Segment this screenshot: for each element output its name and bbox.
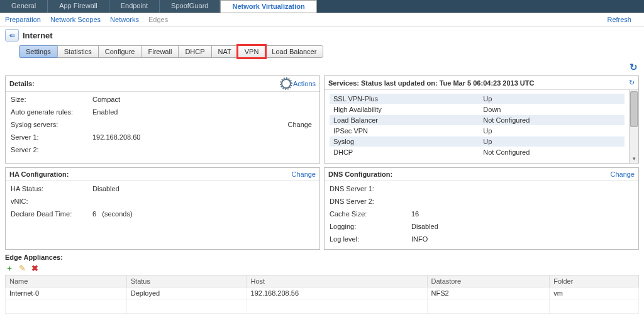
tab-spoofguard[interactable]: SpoofGuard	[160, 0, 220, 13]
autogen-value: Enabled	[92, 108, 314, 116]
col-datastore[interactable]: Datastore	[427, 276, 550, 287]
dns-change[interactable]: Change	[610, 170, 635, 178]
server1-label: Server 1:	[11, 133, 92, 141]
subnav-edges: Edges	[148, 16, 168, 23]
service-row: SSL VPN-PlusUp	[330, 94, 625, 104]
service-row: Load BalancerNot Configured	[330, 115, 625, 126]
ha-status-label: HA Status:	[11, 185, 92, 192]
services-title: Services: Status last updated on: Tue Ma…	[328, 79, 534, 87]
logging-value: Disabled	[411, 223, 633, 230]
edge-toolbar: + ✎ ✖	[0, 262, 644, 275]
loglevel-value: INFO	[411, 235, 633, 243]
server1-value: 192.168.208.60	[92, 133, 314, 141]
service-row: SyslogUp	[330, 136, 625, 147]
segtab-configure[interactable]: Configure	[98, 45, 142, 58]
server2-value	[92, 146, 314, 153]
segtab-nat[interactable]: NAT	[211, 45, 238, 58]
logging-label: Logging:	[330, 223, 411, 230]
sub-nav: Preparation Network Scopes Networks Edge…	[0, 13, 644, 26]
ha-change[interactable]: Change	[291, 170, 316, 178]
page-header: ⇐ Internet	[0, 26, 644, 44]
scroll-down-icon[interactable]: ▾	[630, 155, 638, 163]
dns2-value	[411, 198, 633, 205]
segtab-vpn[interactable]: VPN	[238, 45, 266, 58]
add-icon[interactable]: +	[5, 264, 14, 272]
services-refresh-icon[interactable]: ↻	[629, 79, 635, 87]
details-actions[interactable]: Actions	[281, 79, 316, 89]
tab-endpoint[interactable]: Endpoint	[109, 0, 160, 13]
delete-icon[interactable]: ✖	[30, 264, 39, 272]
edge-appliances-table: Name Status Host Datastore Folder Intern…	[5, 275, 639, 314]
col-status[interactable]: Status	[126, 276, 247, 287]
table-row	[6, 299, 639, 314]
services-table: SSL VPN-PlusUp High AvailabilityDown Loa…	[330, 94, 625, 158]
details-title: Details:	[9, 80, 35, 87]
refresh-icon[interactable]: ↻	[630, 62, 638, 73]
loglevel-label: Log level:	[330, 235, 411, 243]
cache-label: Cache Size:	[330, 210, 411, 218]
details-change[interactable]: Change	[287, 121, 312, 128]
deadtime-label: Declare Dead Time:	[11, 210, 92, 218]
service-row: DHCPNot Configured	[330, 147, 625, 158]
segtab-statistics[interactable]: Statistics	[57, 45, 99, 58]
scroll-thumb[interactable]	[630, 91, 638, 127]
service-row: High AvailabilityDown	[330, 104, 625, 115]
ha-title: HA Configuration:	[9, 170, 69, 178]
edge-tabbar: Settings Statistics Configure Firewall D…	[19, 45, 631, 58]
server2-label: Server 2:	[11, 146, 92, 153]
segtab-firewall[interactable]: Firewall	[141, 45, 179, 58]
subnav-network-scopes[interactable]: Network Scopes	[50, 16, 101, 23]
dns1-value	[411, 185, 633, 192]
col-folder[interactable]: Folder	[550, 276, 639, 287]
size-value: Compact	[92, 96, 314, 103]
services-scrollbar[interactable]: ▴ ▾	[629, 90, 638, 163]
vnic-value	[92, 198, 314, 205]
autogen-label: Auto generate rules:	[11, 108, 92, 116]
primary-tabbar: General App Firewall Endpoint SpoofGuard…	[0, 0, 644, 13]
ha-panel: HA Configuration: Change HA Status: Disa…	[5, 167, 320, 250]
syslog-label: Syslog servers:	[11, 121, 92, 128]
segtab-dhcp[interactable]: DHCP	[178, 45, 211, 58]
segtab-settings[interactable]: Settings	[19, 45, 58, 58]
edge-appliances-title: Edge Appliances:	[0, 250, 644, 262]
segtab-load-balancer[interactable]: Load Balancer	[265, 45, 323, 58]
size-label: Size:	[11, 96, 92, 103]
subnav-networks[interactable]: Networks	[110, 16, 139, 23]
col-name[interactable]: Name	[6, 276, 127, 287]
tab-network-virtualization[interactable]: Network Virtualization	[220, 0, 316, 13]
back-button[interactable]: ⇐	[5, 29, 19, 42]
subnav-preparation[interactable]: Preparation	[5, 16, 41, 23]
dns-title: DNS Configuration:	[328, 170, 392, 178]
edit-icon[interactable]: ✎	[18, 264, 26, 272]
table-row[interactable]: Internet-0 Deployed 192.168.208.56 NFS2 …	[6, 287, 639, 299]
cache-value: 16	[411, 210, 633, 218]
ha-status-value: Disabled	[92, 185, 314, 192]
col-host[interactable]: Host	[247, 276, 427, 287]
dns-panel: DNS Configuration: Change DNS Server 1: …	[324, 167, 639, 250]
tab-app-firewall[interactable]: App Firewall	[48, 0, 109, 13]
tab-general[interactable]: General	[0, 0, 48, 13]
gear-icon	[281, 79, 291, 89]
dns1-label: DNS Server 1:	[330, 185, 411, 192]
services-panel: Services: Status last updated on: Tue Ma…	[324, 75, 639, 164]
dns2-label: DNS Server 2:	[330, 198, 411, 205]
service-row: IPSec VPNUp	[330, 126, 625, 136]
vnic-label: vNIC:	[11, 198, 92, 205]
deadtime-value: 6 (seconds)	[92, 210, 314, 218]
refresh-link[interactable]: Refresh	[607, 16, 631, 23]
details-panel: Details: Actions Size: Compact Auto gene…	[5, 75, 320, 164]
page-title: Internet	[23, 31, 53, 40]
